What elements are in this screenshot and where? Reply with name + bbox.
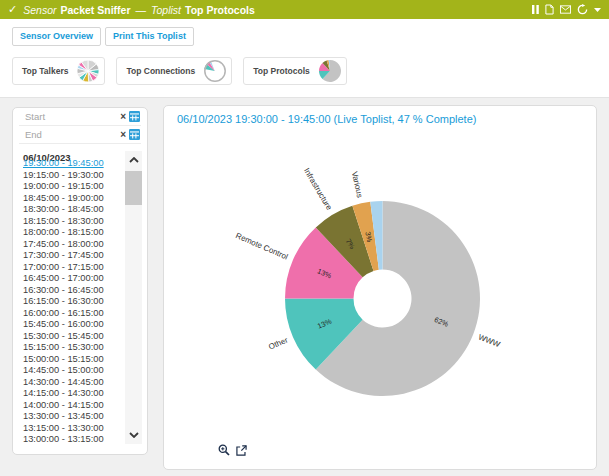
- card-top-protocols[interactable]: Top Protocols: [243, 57, 347, 85]
- end-calendar-icon[interactable]: [129, 129, 140, 140]
- interval-item[interactable]: 17:00:00 - 17:15:00: [23, 262, 123, 274]
- chart-title: 06/10/2023 19:30:00 - 19:45:00 (Live Top…: [177, 113, 476, 125]
- interval-item[interactable]: 18:45:00 - 19:00:00: [23, 193, 123, 205]
- pause-icon[interactable]: [532, 5, 539, 14]
- card-label: Top Talkers: [22, 66, 68, 76]
- clear-start-icon[interactable]: ×: [120, 112, 126, 122]
- interval-list: 19:30:00 - 19:45:0019:15:00 - 19:30:0019…: [23, 158, 123, 446]
- email-icon[interactable]: [560, 5, 571, 14]
- interval-item[interactable]: 13:15:00 - 13:30:00: [23, 423, 123, 435]
- interval-item[interactable]: 18:30:00 - 18:45:00: [23, 204, 123, 216]
- interval-item[interactable]: 19:30:00 - 19:45:00: [23, 158, 123, 170]
- status-ok-checkmark-icon: ✓: [8, 3, 17, 16]
- interval-item[interactable]: 15:30:00 - 15:45:00: [23, 331, 123, 343]
- top-talkers-pie-icon: [76, 59, 100, 83]
- sensor-type-label: Sensor: [23, 4, 56, 16]
- interval-item[interactable]: 15:15:00 - 15:30:00: [23, 342, 123, 354]
- refresh-icon[interactable]: [577, 4, 588, 15]
- protocols-donut-chart: 62%WWW13%Other13%Remote Control7%Infrast…: [164, 134, 598, 464]
- report-icon[interactable]: [545, 4, 554, 15]
- scroll-down-button[interactable]: [125, 426, 142, 444]
- start-date-input[interactable]: [23, 110, 117, 123]
- interval-item[interactable]: 16:15:00 - 16:30:00: [23, 296, 123, 308]
- print-toplist-button[interactable]: Print This Toplist: [105, 27, 194, 46]
- interval-sidebar: × × 06/10/2023 19:30:00 - 19:45:0019:15:: [12, 107, 148, 455]
- toplist-name: Top Protocols: [185, 4, 255, 16]
- interval-item[interactable]: 14:15:00 - 14:30:00: [23, 388, 123, 400]
- chart-label: WWW: [477, 332, 502, 349]
- toplist-type-label: Toplist: [151, 4, 181, 16]
- interval-item[interactable]: 18:15:00 - 18:30:00: [23, 216, 123, 228]
- sensor-header-bar: ✓ Sensor Packet Sniffer — Toplist Top Pr…: [0, 0, 609, 19]
- interval-item[interactable]: 16:30:00 - 16:45:00: [23, 285, 123, 297]
- sensor-overview-button[interactable]: Sensor Overview: [12, 27, 101, 46]
- start-calendar-icon[interactable]: [129, 111, 140, 122]
- top-protocols-pie-icon: [318, 59, 342, 83]
- interval-item[interactable]: 15:00:00 - 15:15:00: [23, 354, 123, 366]
- scroll-up-button[interactable]: [125, 151, 142, 169]
- toolbar: Sensor Overview Print This Toplist: [12, 27, 194, 46]
- interval-item[interactable]: 14:30:00 - 14:45:00: [23, 377, 123, 389]
- interval-item[interactable]: 15:45:00 - 16:00:00: [23, 319, 123, 331]
- chart-label: Infrastructure: [302, 167, 334, 213]
- toplist-cards: Top Talkers Top Connections Top Protocol…: [12, 57, 347, 85]
- clear-end-icon[interactable]: ×: [120, 130, 126, 140]
- interval-item[interactable]: 19:00:00 - 19:15:00: [23, 181, 123, 193]
- card-top-connections[interactable]: Top Connections: [116, 57, 232, 85]
- interval-item[interactable]: 14:00:00 - 14:15:00: [23, 400, 123, 412]
- caret-down-icon[interactable]: [594, 8, 601, 12]
- end-date-field: ×: [19, 126, 141, 144]
- interval-item[interactable]: 16:00:00 - 16:15:00: [23, 308, 123, 320]
- interval-item[interactable]: 13:30:00 - 13:45:00: [23, 411, 123, 423]
- chart-label: Remote Control: [234, 231, 289, 262]
- interval-item[interactable]: 14:45:00 - 15:00:00: [23, 365, 123, 377]
- interval-item[interactable]: 17:45:00 - 18:00:00: [23, 239, 123, 251]
- interval-item[interactable]: 13:00:00 - 13:15:00: [23, 434, 123, 446]
- chart-label: Various: [350, 171, 365, 199]
- toplist-chart-panel: 06/10/2023 19:30:00 - 19:45:00 (Live Top…: [163, 105, 597, 470]
- breadcrumb-separator: —: [136, 4, 147, 16]
- interval-item[interactable]: 16:45:00 - 17:00:00: [23, 273, 123, 285]
- header-action-icons: [532, 4, 601, 15]
- top-connections-pie-icon: [203, 59, 227, 83]
- chart-label: Other: [267, 335, 289, 351]
- card-label: Top Protocols: [253, 66, 310, 76]
- zoom-in-icon[interactable]: [218, 444, 230, 456]
- chevron-up-icon: [129, 157, 139, 163]
- open-external-icon[interactable]: [236, 445, 247, 456]
- interval-scrollbar: [125, 151, 142, 444]
- card-label: Top Connections: [126, 66, 195, 76]
- interval-item[interactable]: 19:15:00 - 19:30:00: [23, 170, 123, 182]
- chevron-down-icon: [129, 432, 139, 438]
- chart-tools: [218, 444, 247, 456]
- card-top-talkers[interactable]: Top Talkers: [12, 57, 105, 85]
- scrollbar-thumb[interactable]: [125, 171, 142, 205]
- interval-item[interactable]: 18:00:00 - 18:15:00: [23, 227, 123, 239]
- sensor-name-link[interactable]: Packet Sniffer: [61, 4, 131, 16]
- interval-item[interactable]: 17:30:00 - 17:45:00: [23, 250, 123, 262]
- end-date-input[interactable]: [23, 128, 117, 141]
- start-date-field: ×: [19, 108, 141, 126]
